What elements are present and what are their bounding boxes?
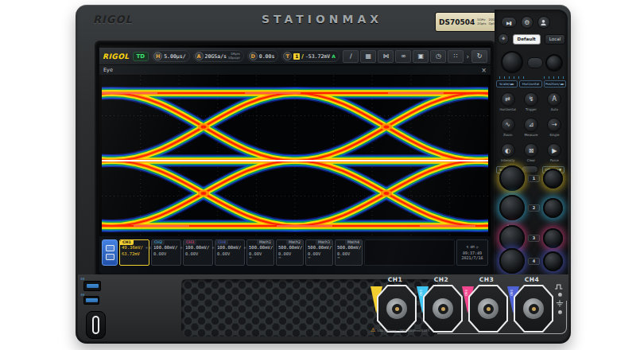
channel-offset: 0.00V [185, 251, 211, 256]
settings-button[interactable]: ⚙ [521, 16, 533, 29]
force-key[interactable]: ▶Force [543, 141, 566, 165]
ch4-scale-knob[interactable] [499, 248, 525, 274]
math-box-math3[interactable]: Math3 500.00mV/ 0.00V = [305, 239, 333, 266]
measure-button[interactable]: ∕ [343, 50, 359, 63]
delay-group[interactable]: D 0.00s [247, 50, 279, 62]
channel-box-ch4[interactable]: CH4 100.00mV/ ≡ 0.00V [215, 239, 245, 266]
channel-offset: 0.00V [153, 251, 179, 256]
system-status[interactable]: ↯4M◷ 09:37:49 2021/7/16 [456, 239, 488, 266]
display-overview-button[interactable] [102, 239, 118, 266]
acquisition-group[interactable]: A 20GSa/s 1Mpts 50ps/pt [193, 50, 244, 62]
math-operator: = [249, 256, 272, 259]
math-box-math1[interactable]: Math1 500.00mV/ 0.00V = [246, 239, 274, 266]
channel-scale: 49.36mV/ ≡ Ω [122, 245, 147, 250]
run-state-badge[interactable]: TD [133, 52, 149, 61]
trigger-source-badge: 1 [293, 53, 300, 60]
bnc-label-ch2: CH2 [420, 276, 463, 283]
ch4-enable-button[interactable]: 4 [528, 258, 540, 265]
intensity-key-icon: ◐ [501, 143, 515, 158]
bnc-connector-ch3[interactable]: 50Ω [465, 285, 508, 334]
window-title: Eye [103, 67, 113, 73]
ch3-enable-button[interactable]: 3 [528, 235, 540, 242]
single-key[interactable]: →Single [543, 115, 566, 139]
probe-comp-terminals[interactable] [555, 284, 564, 314]
bnc-ring [386, 298, 407, 319]
comp-ground-pin[interactable] [558, 310, 562, 314]
horizontal-scale-group[interactable]: H 5.00μs/ [152, 50, 189, 62]
trigger-group[interactable]: T 1 ∕ -53.72mV A [281, 50, 339, 62]
record-icon: ▣ [418, 53, 425, 60]
bnc-connector-ch4[interactable]: 50Ω [510, 285, 553, 334]
horizontal-position-knob[interactable] [545, 54, 563, 72]
math-label: Math1 [257, 240, 274, 245]
math-operator: = [278, 256, 301, 259]
trigger-key-icon: ↯ [524, 92, 538, 107]
ch4-offset-knob[interactable] [543, 251, 563, 271]
horizontal-scale-value: 5.00μs/ [164, 53, 185, 60]
eye-analysis-button[interactable]: ⋈ [378, 50, 394, 63]
results-table-button[interactable]: ▦ [360, 50, 376, 63]
ch2-scale-knob[interactable] [499, 195, 525, 220]
horizontal-key[interactable]: ⇄Horizontal [496, 89, 519, 114]
ch2-offset-knob[interactable] [543, 198, 563, 218]
math-scale: 500.00mV/ [337, 245, 360, 250]
user-button[interactable] [537, 16, 550, 29]
apps-button[interactable]: ∷ [448, 50, 464, 63]
clear-key[interactable]: ⊠Clear [519, 141, 542, 165]
channel-box-ch2[interactable]: CH2 100.00mV/ ≡ 0.00V [151, 239, 181, 266]
horizontal-menu-button[interactable] [527, 57, 543, 68]
eye-window-titlebar[interactable]: Eye × [99, 65, 491, 76]
local-button[interactable]: Local [545, 34, 566, 45]
ch1-enable-button[interactable]: 1 [528, 175, 540, 182]
close-icon[interactable]: × [481, 67, 487, 74]
binoculars-icon: ∞ [401, 53, 406, 60]
sync-button[interactable]: ↻ [471, 50, 487, 63]
horizontal-scale-knob[interactable] [501, 51, 523, 73]
comp-signal-pin[interactable] [558, 293, 562, 297]
power-button[interactable] [86, 311, 106, 339]
intensity-key[interactable]: ◐Intensity [496, 141, 519, 165]
system-date: 2021/7/16 [461, 255, 483, 260]
usb-port-2[interactable] [83, 296, 99, 305]
math-operator: = [337, 256, 360, 259]
trigger-key[interactable]: ↯Trigger [519, 89, 542, 114]
history-button[interactable]: ◷ [430, 50, 446, 63]
math-box-math2[interactable]: Math2 500.00mV/ 0.00V = [276, 239, 304, 266]
front-connector-panel: SS SS CH1 CH2 CH3 CH4 50Ω 50Ω [78, 274, 568, 341]
record-button[interactable]: ▣ [413, 50, 429, 63]
channel-box-ch3[interactable]: CH3 100.00mV/ ≡ 0.00V [183, 239, 213, 266]
label-scale-horizontal: Scale/◄► [496, 80, 518, 88]
display-icon [106, 245, 114, 251]
delay-value: 0.00s [259, 53, 275, 60]
play-pause-button[interactable]: ▶▮ [501, 17, 517, 28]
zoom-key-icon: ∿ [501, 118, 515, 132]
ch1-offset-knob[interactable] [543, 169, 563, 189]
auto-key[interactable]: AAuto [543, 89, 566, 114]
scale-tick-marks [499, 76, 526, 79]
ch3-offset-knob[interactable] [543, 228, 563, 248]
zoom-key[interactable]: ∿Zoom [496, 115, 519, 139]
trigger-level-value: -53.72mV [305, 53, 330, 60]
ch1-scale-knob[interactable] [499, 165, 525, 191]
screen-logo: RIGOL [103, 52, 130, 60]
math-scale: 500.00mV/ [278, 245, 301, 250]
channel-scale: 100.00mV/ ≡ [217, 245, 242, 250]
front-control-panel: ▶▮ ⚙ ⌖ Default Local Scale/◄► Horizontal… [495, 10, 568, 285]
force-key-icon: ▶ [547, 143, 561, 158]
search-button[interactable]: ∞ [395, 50, 411, 63]
waveform-plot-area[interactable] [102, 76, 488, 236]
touch-lock-button[interactable]: ⌖ [498, 33, 509, 45]
chevron-right-icon[interactable]: › [465, 52, 470, 60]
math-box-math4[interactable]: Math4 500.00mV/ 0.00V = [335, 239, 363, 266]
default-button[interactable]: Default [513, 34, 541, 45]
trigger-mode-badge: A [332, 53, 336, 59]
measure-key[interactable]: ⊿Measure [519, 115, 542, 139]
channel-label: CH3 [184, 240, 196, 245]
channel-label: CH4 [215, 240, 228, 245]
usb-port-1[interactable] [83, 281, 101, 291]
math-label: Math2 [286, 240, 303, 245]
ch3-scale-knob[interactable] [499, 225, 525, 251]
ch2-enable-button[interactable]: 2 [528, 204, 540, 212]
channel-box-ch1[interactable]: CH1 49.36mV/ ≡ Ω 63.72mV [119, 239, 149, 266]
auto-key-icon: A [547, 92, 561, 107]
